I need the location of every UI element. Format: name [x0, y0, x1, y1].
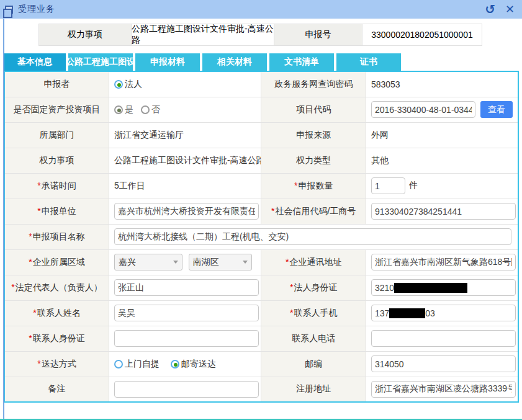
- fixed-asset-no-radio[interactable]: [141, 105, 150, 114]
- credit-code-label: *社会信用代码/工商号: [261, 199, 366, 224]
- fixed-asset-yes-radio[interactable]: [114, 105, 123, 114]
- region-label: *企业所属区域: [4, 249, 109, 275]
- table-row: 所属部门 浙江省交通运输厅 申报来源 外网: [4, 122, 518, 148]
- window-left-border: [3, 19, 4, 419]
- power-item-header-value: 公路工程施工图设计文件审批-高速公路: [132, 24, 274, 46]
- reg-address-input[interactable]: [371, 381, 516, 398]
- legal-person-input[interactable]: [114, 279, 259, 296]
- applicant-label: 申报者: [4, 71, 109, 97]
- legal-id-value: 3210: [366, 275, 518, 300]
- query-password-value: 583053: [366, 71, 518, 97]
- company-address-input[interactable]: [371, 254, 516, 270]
- header-row: 权力事项 公路工程施工图设计文件审批-高速公路 申报号 330000201802…: [38, 24, 522, 46]
- delivery-mail-label: 邮寄送达: [181, 359, 216, 369]
- fixed-asset-label: 是否固定资产投资项目: [4, 97, 109, 122]
- table-row: *法定代表人（负责人） *法人身份证 3210: [4, 275, 518, 300]
- view-button[interactable]: 查看: [480, 101, 513, 118]
- window-title: 受理业务: [18, 4, 55, 15]
- district-select-value: 南湖区: [193, 257, 219, 268]
- chevron-down-icon: [243, 261, 248, 264]
- source-label: 申报来源: [261, 122, 366, 148]
- contact-name-label: *联系人姓名: [4, 300, 109, 326]
- applicant-value: 法人: [109, 71, 261, 97]
- quantity-unit: 件: [409, 180, 418, 190]
- contact-mobile-suffix: 03: [425, 308, 435, 318]
- tab-related-materials[interactable]: 相关材料: [202, 53, 267, 71]
- window-icon: [5, 6, 13, 14]
- table-row: *申报项目名称: [4, 224, 518, 249]
- chevron-down-icon: [173, 261, 178, 264]
- refresh-icon[interactable]: ↺: [485, 3, 495, 16]
- declare-unit-value: [109, 199, 261, 224]
- table-row: 申报者 法人 政务服务网查询密码 583053: [4, 71, 518, 97]
- table-row: *送达方式 上门自提 邮寄送达 邮编: [4, 351, 518, 377]
- tab-construction-drawing[interactable]: 公路工程施工图设: [68, 53, 133, 71]
- department-label: 所属部门: [4, 122, 109, 148]
- legal-id-prefix: 3210: [375, 283, 394, 293]
- city-select[interactable]: 嘉兴: [114, 254, 182, 270]
- declare-unit-label: *申报单位: [4, 199, 109, 224]
- contact-id-input[interactable]: [114, 330, 259, 347]
- power-type-label: 权力类型: [261, 148, 366, 173]
- contact-name-input[interactable]: [114, 305, 259, 321]
- table-row: *联系人身份证 联系人电话: [4, 326, 518, 351]
- redaction-block: [389, 308, 425, 318]
- declare-unit-input[interactable]: [114, 203, 259, 220]
- project-code-value: 查看: [366, 97, 518, 122]
- redaction-block: [394, 283, 467, 293]
- credit-code-input[interactable]: [371, 203, 516, 220]
- contact-mobile-value: 13703: [366, 300, 518, 326]
- basic-info-form: 申报者 法人 政务服务网查询密码 583053 是否固定资产投资项目 是 否 项…: [4, 71, 519, 403]
- application-no-header-label: 申报号: [274, 24, 362, 46]
- source-value: 外网: [366, 122, 518, 148]
- contact-phone-input[interactable]: [371, 330, 516, 347]
- promise-time-label: *承诺时间: [4, 173, 109, 199]
- window-titlebar: 受理业务 ↺ ✕: [0, 0, 522, 19]
- remark-label: 备注: [4, 377, 109, 402]
- delivery-value: 上门自提 邮寄送达: [109, 351, 261, 377]
- quantity-input[interactable]: [371, 177, 405, 194]
- tab-bar: 基本信息 公路工程施工图设 申报材料 相关材料 文书清单 证书: [4, 53, 522, 71]
- remark-input[interactable]: [114, 381, 259, 398]
- legal-id-label: *法人身份证: [261, 275, 366, 300]
- district-select[interactable]: 南湖区: [189, 254, 252, 270]
- project-code-input[interactable]: [371, 101, 475, 118]
- tab-certificate[interactable]: 证书: [336, 53, 401, 71]
- application-no-header-value: 330000201802051000001: [362, 24, 482, 46]
- power-item-value: 公路工程施工图设计文件审批-高速公路: [109, 148, 261, 173]
- table-row: *申报单位 *社会信用代码/工商号: [4, 199, 518, 224]
- legal-id-input[interactable]: 3210: [371, 279, 516, 296]
- contact-mobile-input[interactable]: 13703: [371, 305, 516, 321]
- power-item-header-label: 权力事项: [38, 24, 132, 46]
- postcode-input[interactable]: [371, 355, 516, 372]
- project-name-label: *申报项目名称: [4, 224, 109, 249]
- fixed-asset-no-label: 否: [151, 104, 160, 114]
- query-password-label: 政务服务网查询密码: [261, 71, 366, 97]
- power-type-value: 其他: [366, 148, 518, 173]
- contact-phone-label: 联系人电话: [261, 326, 366, 351]
- table-row: 是否固定资产投资项目 是 否 项目代码 查看: [4, 97, 518, 122]
- reg-address-value: [366, 377, 518, 402]
- project-name-input[interactable]: [114, 228, 511, 245]
- tab-application-materials[interactable]: 申报材料: [135, 53, 200, 71]
- tab-basic-info[interactable]: 基本信息: [4, 53, 66, 71]
- company-address-value: [366, 249, 518, 275]
- legal-person-radio[interactable]: [114, 80, 123, 89]
- contact-phone-value: [366, 326, 518, 351]
- promise-time-value: 5工作日: [109, 173, 261, 199]
- reg-address-label: 注册地址: [261, 377, 366, 402]
- department-value: 浙江省交通运输厅: [109, 122, 261, 148]
- tab-document-list[interactable]: 文书清单: [269, 53, 334, 71]
- fixed-asset-yes-label: 是: [125, 104, 133, 114]
- region-value: 嘉兴 南湖区: [109, 249, 261, 275]
- delivery-pickup-label: 上门自提: [125, 359, 160, 369]
- accept-business-window: { "window": { "title": "受理业务", "refresh_…: [0, 0, 522, 420]
- close-icon[interactable]: ✕: [505, 4, 515, 15]
- city-select-value: 嘉兴: [119, 257, 136, 268]
- delivery-pickup-radio[interactable]: [114, 360, 123, 369]
- project-name-value: [109, 224, 518, 249]
- delivery-mail-radio[interactable]: [171, 360, 179, 369]
- table-row: 备注 注册地址: [4, 377, 518, 402]
- company-address-label: *企业通讯地址: [261, 249, 366, 275]
- delivery-label: *送达方式: [4, 351, 109, 377]
